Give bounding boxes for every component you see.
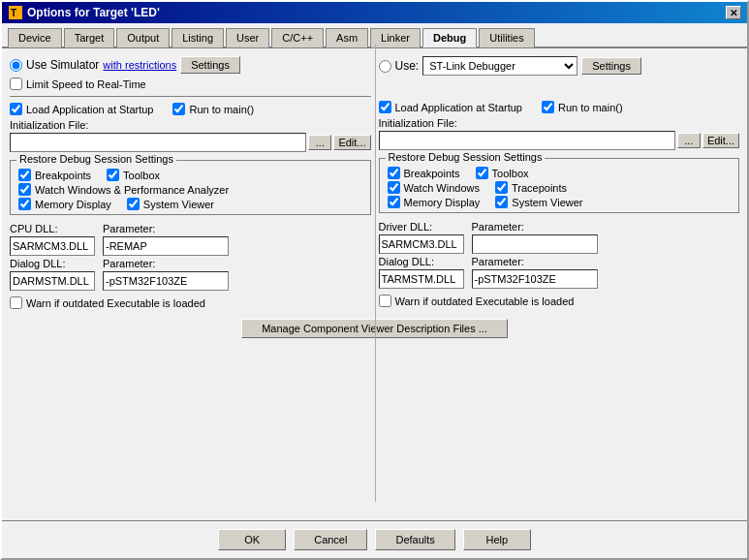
left-browse-button[interactable]: ... xyxy=(308,135,331,150)
left-cpu-dll-col: CPU DLL: xyxy=(10,223,95,256)
defaults-button[interactable]: Defaults xyxy=(375,529,454,550)
right-load-app-label: Load Application at Startup xyxy=(395,102,522,113)
right-dialog-param-input[interactable] xyxy=(472,269,598,289)
right-watch-row: Watch Windows xyxy=(388,181,480,194)
use-row: Use: ST-Link Debugger Settings xyxy=(379,56,740,76)
right-sysviewer-checkbox[interactable] xyxy=(495,196,508,208)
tab-listing[interactable]: Listing xyxy=(172,28,224,47)
right-run-main-checkbox[interactable] xyxy=(542,101,554,113)
right-warn-checkbox[interactable] xyxy=(379,295,391,307)
right-warn-row: Warn if outdated Executable is loaded xyxy=(379,295,740,307)
right-breakpoints-label: Breakpoints xyxy=(404,168,460,179)
left-panel: Use Simulator with restrictions Settings… xyxy=(10,56,371,309)
tab-target[interactable]: Target xyxy=(64,28,115,47)
right-restore-group: Restore Debug Session Settings Breakpoin… xyxy=(379,158,740,213)
right-run-main-label: Run to main() xyxy=(558,102,623,113)
right-breakpoints-row: Breakpoints xyxy=(388,167,460,179)
right-restore-row2: Watch Windows Tracepoints xyxy=(388,181,732,194)
left-run-main-label: Run to main() xyxy=(189,104,254,115)
right-edit-button[interactable]: Edit... xyxy=(702,133,739,148)
simulator-link[interactable]: with restrictions xyxy=(103,59,176,71)
right-load-app-checkbox[interactable] xyxy=(379,101,391,113)
left-breakpoints-checkbox[interactable] xyxy=(18,169,31,181)
right-browse-button[interactable]: ... xyxy=(677,133,701,148)
title-bar-left: T Options for Target 'LED' xyxy=(8,5,160,20)
left-dialog-dll-label: Dialog DLL: xyxy=(10,258,95,269)
right-settings-button[interactable]: Settings xyxy=(581,57,641,75)
debugger-select[interactable]: ST-Link Debugger xyxy=(422,56,577,76)
cancel-button[interactable]: Cancel xyxy=(294,529,367,550)
right-breakpoints-checkbox[interactable] xyxy=(388,167,400,179)
right-restore-title: Restore Debug Session Settings xyxy=(386,151,546,163)
limit-speed-checkbox[interactable] xyxy=(10,78,22,90)
use-radio[interactable] xyxy=(379,60,391,73)
app-icon: T xyxy=(8,5,23,20)
left-watch-checkbox[interactable] xyxy=(18,183,31,196)
simulator-settings-button[interactable]: Settings xyxy=(180,56,240,74)
right-tracepoints-checkbox[interactable] xyxy=(495,181,508,194)
help-button[interactable]: Help xyxy=(463,529,531,550)
left-sysviewer-row: System Viewer xyxy=(127,198,214,210)
left-watch-row: Watch Windows & Performance Analyzer xyxy=(18,183,362,196)
tab-utilities[interactable]: Utilities xyxy=(479,28,534,47)
right-sysviewer-row: System Viewer xyxy=(495,196,582,208)
right-memory-checkbox[interactable] xyxy=(388,196,400,208)
left-load-app-checkbox[interactable] xyxy=(10,103,22,115)
right-driver-dll-row: Driver DLL: Parameter: xyxy=(379,221,740,254)
left-cpu-dll-input[interactable] xyxy=(10,236,95,256)
tab-debug[interactable]: Debug xyxy=(422,28,477,47)
left-toolbox-label: Toolbox xyxy=(123,170,160,181)
left-memory-checkbox[interactable] xyxy=(18,198,31,210)
main-window: T Options for Target 'LED' ✕ Device Targ… xyxy=(0,0,749,560)
right-driver-dll-input[interactable] xyxy=(379,234,464,254)
tab-cpp[interactable]: C/C++ xyxy=(271,28,324,47)
right-dialog-dll-input[interactable] xyxy=(379,269,464,289)
left-cpu-dll-label: CPU DLL: xyxy=(10,223,95,234)
left-run-main-checkbox[interactable] xyxy=(172,103,185,115)
left-toolbox-row: Toolbox xyxy=(107,169,160,181)
tab-user[interactable]: User xyxy=(226,28,269,47)
right-driver-param-input[interactable] xyxy=(472,234,598,254)
ok-button[interactable]: OK xyxy=(218,529,286,550)
left-warn-label: Warn if outdated Executable is loaded xyxy=(26,297,205,309)
left-dialog-dll-input[interactable] xyxy=(10,271,95,291)
left-dialog-param-input[interactable] xyxy=(103,271,229,291)
left-toolbox-checkbox[interactable] xyxy=(107,169,119,181)
tab-device[interactable]: Device xyxy=(8,28,62,47)
main-columns: Use Simulator with restrictions Settings… xyxy=(10,56,739,309)
left-cpu-param-label: Parameter: xyxy=(103,223,229,234)
left-load-app-row: Load Application at Startup xyxy=(10,103,153,115)
right-toolbox-checkbox[interactable] xyxy=(476,167,488,179)
left-cpu-param-input[interactable] xyxy=(103,236,229,256)
left-init-input[interactable] xyxy=(10,133,306,152)
left-warn-checkbox[interactable] xyxy=(10,296,22,309)
left-sysviewer-checkbox[interactable] xyxy=(127,198,140,210)
right-init-row: ... Edit... xyxy=(379,131,740,150)
right-dll-section: Driver DLL: Parameter: Dialog DLL: xyxy=(379,221,740,289)
close-button[interactable]: ✕ xyxy=(726,6,741,19)
tab-content: Use Simulator with restrictions Settings… xyxy=(2,48,747,520)
limit-speed-row: Limit Speed to Real-Time xyxy=(10,78,371,90)
simulator-radio[interactable] xyxy=(10,59,22,72)
tab-asm[interactable]: Asm xyxy=(326,28,368,47)
left-init-label: Initialization File: xyxy=(10,119,371,131)
left-restore-row1: Breakpoints Toolbox xyxy=(18,169,362,181)
tab-output[interactable]: Output xyxy=(116,28,170,47)
left-restore-title: Restore Debug Session Settings xyxy=(16,153,176,165)
left-breakpoints-label: Breakpoints xyxy=(35,170,91,181)
right-init-input[interactable] xyxy=(379,131,675,150)
tab-linker[interactable]: Linker xyxy=(370,28,421,47)
right-watch-label: Watch Windows xyxy=(404,182,480,194)
right-watch-checkbox[interactable] xyxy=(388,181,400,194)
left-breakpoints-row: Breakpoints xyxy=(18,169,91,181)
right-driver-param-label: Parameter: xyxy=(472,221,598,233)
right-sysviewer-label: System Viewer xyxy=(512,197,582,208)
right-driver-param-col: Parameter: xyxy=(472,221,598,254)
left-edit-button[interactable]: Edit... xyxy=(333,135,370,150)
right-restore-row1: Breakpoints Toolbox xyxy=(388,167,732,179)
right-dialog-dll-label: Dialog DLL: xyxy=(379,256,464,267)
right-driver-dll-label: Driver DLL: xyxy=(379,221,464,233)
bottom-buttons: OK Cancel Defaults Help xyxy=(2,520,747,558)
left-dialog-param-label: Parameter: xyxy=(103,258,229,269)
right-init-label: Initialization File: xyxy=(379,117,740,129)
